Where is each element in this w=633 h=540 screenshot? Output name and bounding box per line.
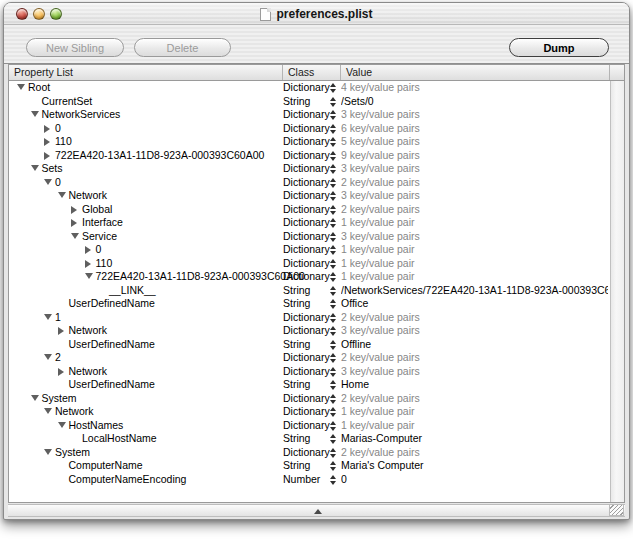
row-class[interactable]: Dictionary xyxy=(283,81,330,95)
table-row[interactable]: ComputerNameStringMaria's Computer xyxy=(9,459,610,473)
table-row[interactable]: SystemDictionary2 key/value pairs xyxy=(9,446,610,460)
row-class[interactable]: Dictionary xyxy=(283,189,330,203)
class-stepper-icon[interactable] xyxy=(329,394,336,404)
row-key[interactable]: 0 xyxy=(55,122,61,136)
row-key[interactable]: LocalHostName xyxy=(82,432,157,446)
class-stepper-icon[interactable] xyxy=(329,272,336,282)
row-key[interactable]: CurrentSet xyxy=(42,95,93,109)
row-class[interactable]: Dictionary xyxy=(283,216,330,230)
disclosure-triangle-closed-icon[interactable] xyxy=(85,246,91,254)
table-row[interactable]: LocalHostNameStringMarias-Computer xyxy=(9,432,610,446)
row-key[interactable]: 0 xyxy=(96,243,102,257)
row-value[interactable]: 1 key/value pair xyxy=(341,419,608,433)
row-class[interactable]: Dictionary xyxy=(283,135,330,149)
class-stepper-icon[interactable] xyxy=(329,340,336,350)
new-sibling-button[interactable]: New Sibling xyxy=(26,38,124,57)
column-header-class[interactable]: Class xyxy=(288,66,314,78)
disclosure-triangle-open-icon[interactable] xyxy=(85,273,93,279)
resize-grip-icon[interactable] xyxy=(609,504,624,516)
row-class[interactable]: Dictionary xyxy=(283,405,330,419)
row-class[interactable]: Dictionary xyxy=(283,446,330,460)
row-class[interactable]: Dictionary xyxy=(283,203,330,217)
table-row[interactable]: NetworkDictionary3 key/value pairs xyxy=(9,189,610,203)
row-value[interactable]: 9 key/value pairs xyxy=(341,149,608,163)
disclosure-triangle-open-icon[interactable] xyxy=(17,84,25,90)
class-stepper-icon[interactable] xyxy=(329,434,336,444)
row-key[interactable]: 1 xyxy=(55,311,61,325)
row-key[interactable]: HostNames xyxy=(69,419,124,433)
table-row[interactable]: SystemDictionary2 key/value pairs xyxy=(9,392,610,406)
row-value[interactable]: Home xyxy=(341,378,608,392)
table-row[interactable]: HostNamesDictionary1 key/value pair xyxy=(9,419,610,433)
row-key[interactable]: 722EA420-13A1-11D8-923A-000393C60A00 xyxy=(55,149,264,163)
disclosure-triangle-closed-icon[interactable] xyxy=(58,368,64,376)
class-stepper-icon[interactable] xyxy=(329,205,336,215)
table-row[interactable]: NetworkDictionary3 key/value pairs xyxy=(9,365,610,379)
row-value[interactable]: /NetworkServices/722EA420-13A1-11D8-923A… xyxy=(341,284,608,298)
disclosure-triangle-open-icon[interactable] xyxy=(31,395,39,401)
class-stepper-icon[interactable] xyxy=(329,97,336,107)
disclosure-triangle-open-icon[interactable] xyxy=(58,422,66,428)
title-bar[interactable]: preferences.plist xyxy=(4,3,629,25)
row-value[interactable]: 5 key/value pairs xyxy=(341,135,608,149)
row-key[interactable]: Network xyxy=(69,365,108,379)
disclosure-triangle-open-icon[interactable] xyxy=(44,408,52,414)
row-key[interactable]: Network xyxy=(55,405,94,419)
disclosure-triangle-open-icon[interactable] xyxy=(58,192,66,198)
class-stepper-icon[interactable] xyxy=(329,245,336,255)
row-key[interactable]: Network xyxy=(69,324,108,338)
class-stepper-icon[interactable] xyxy=(329,124,336,134)
class-stepper-icon[interactable] xyxy=(329,448,336,458)
disclosure-triangle-closed-icon[interactable] xyxy=(71,206,77,214)
disclosure-triangle-open-icon[interactable] xyxy=(31,111,39,117)
table-row[interactable]: NetworkDictionary1 key/value pair xyxy=(9,405,610,419)
row-class[interactable]: Dictionary xyxy=(283,149,330,163)
row-value[interactable]: 4 key/value pairs xyxy=(341,81,608,95)
class-stepper-icon[interactable] xyxy=(329,461,336,471)
row-key[interactable]: Network xyxy=(69,189,108,203)
row-class[interactable]: String xyxy=(283,284,310,298)
row-class[interactable]: Dictionary xyxy=(283,122,330,136)
row-value[interactable]: 1 key/value pair xyxy=(341,257,608,271)
table-row[interactable]: 110Dictionary1 key/value pair xyxy=(9,257,610,271)
table-row[interactable]: RootDictionary4 key/value pairs xyxy=(9,81,610,95)
class-stepper-icon[interactable] xyxy=(329,259,336,269)
row-class[interactable]: Dictionary xyxy=(283,243,330,257)
row-class[interactable]: Dictionary xyxy=(283,270,330,284)
row-value[interactable]: 3 key/value pairs xyxy=(341,324,608,338)
row-value[interactable]: 1 key/value pair xyxy=(341,243,608,257)
class-stepper-icon[interactable] xyxy=(329,367,336,377)
row-key[interactable]: NetworkServices xyxy=(42,108,121,122)
table-row[interactable]: 1Dictionary2 key/value pairs xyxy=(9,311,610,325)
row-key[interactable]: System xyxy=(42,392,77,406)
table-row[interactable]: UserDefinedNameStringOffice xyxy=(9,297,610,311)
table-row[interactable]: SetsDictionary3 key/value pairs xyxy=(9,162,610,176)
row-key[interactable]: UserDefinedName xyxy=(69,378,155,392)
disclosure-triangle-open-icon[interactable] xyxy=(71,233,79,239)
class-stepper-icon[interactable] xyxy=(329,151,336,161)
class-stepper-icon[interactable] xyxy=(329,232,336,242)
class-stepper-icon[interactable] xyxy=(329,353,336,363)
row-class[interactable]: Dictionary xyxy=(283,365,330,379)
row-key[interactable]: Global xyxy=(82,203,112,217)
class-stepper-icon[interactable] xyxy=(329,110,336,120)
row-value[interactable]: /Sets/0 xyxy=(341,95,608,109)
row-key[interactable]: 722EA420-13A1-11D8-923A-000393C60A00 xyxy=(96,270,305,284)
row-class[interactable]: Dictionary xyxy=(283,324,330,338)
row-class[interactable]: Dictionary xyxy=(283,162,330,176)
row-class[interactable]: Number xyxy=(283,473,320,487)
class-stepper-icon[interactable] xyxy=(329,407,336,417)
row-key[interactable]: System xyxy=(55,446,90,460)
vertical-scrollbar[interactable] xyxy=(610,81,624,502)
row-value[interactable]: Marias-Computer xyxy=(341,432,608,446)
table-row[interactable]: 2Dictionary2 key/value pairs xyxy=(9,351,610,365)
class-stepper-icon[interactable] xyxy=(329,313,336,323)
row-key[interactable]: Root xyxy=(28,81,50,95)
disclosure-triangle-closed-icon[interactable] xyxy=(44,125,50,133)
row-class[interactable]: String xyxy=(283,297,310,311)
row-key[interactable]: Interface xyxy=(82,216,123,230)
row-class[interactable]: Dictionary xyxy=(283,176,330,190)
row-key[interactable]: UserDefinedName xyxy=(69,297,155,311)
row-key[interactable]: ComputerName xyxy=(69,459,143,473)
row-value[interactable]: 2 key/value pairs xyxy=(341,311,608,325)
